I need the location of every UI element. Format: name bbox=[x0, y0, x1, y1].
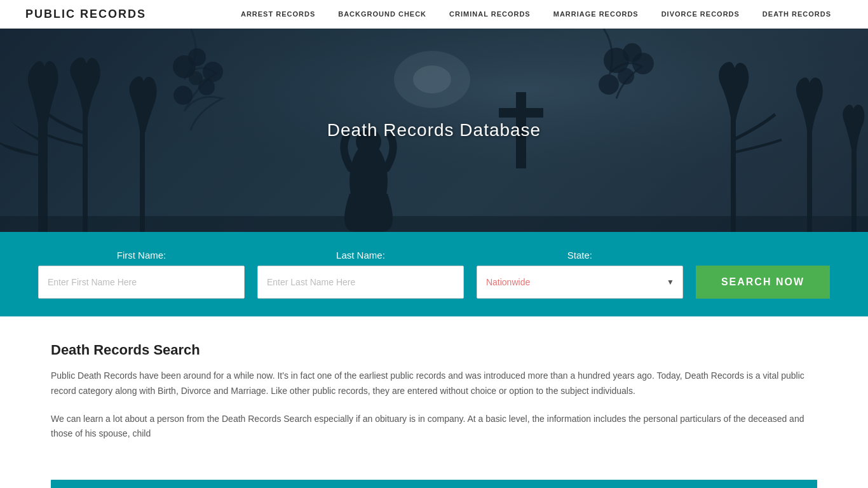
content-para-2: We can learn a lot about a person from t… bbox=[51, 412, 813, 442]
state-label: State: bbox=[477, 250, 683, 261]
state-select-wrapper: NationwideAlabamaAlaskaArizonaArkansasCa… bbox=[477, 266, 683, 299]
last-name-field: Last Name: bbox=[257, 250, 464, 299]
first-name-label: First Name: bbox=[38, 250, 245, 261]
nav-divorce-records[interactable]: DIVORCE RECORDS bbox=[650, 0, 751, 29]
search-now-button[interactable]: SEARCH NOW bbox=[696, 266, 830, 299]
content-section: Death Records Search Public Death Record… bbox=[0, 316, 868, 473]
last-name-input[interactable] bbox=[257, 266, 464, 299]
content-title: Death Records Search bbox=[51, 342, 817, 358]
first-name-field: First Name: bbox=[38, 250, 245, 299]
site-logo[interactable]: PUBLIC RECORDS bbox=[25, 8, 146, 21]
first-name-input[interactable] bbox=[38, 266, 245, 299]
bottom-accent-bar bbox=[51, 480, 817, 488]
last-name-label: Last Name: bbox=[257, 250, 464, 261]
state-select[interactable]: NationwideAlabamaAlaskaArizonaArkansasCa… bbox=[477, 266, 683, 299]
nav-marriage-records[interactable]: MARRIAGE RECORDS bbox=[542, 0, 650, 29]
hero-title: Death Records Database bbox=[327, 120, 541, 140]
search-bar: First Name: Last Name: State: Nationwide… bbox=[0, 232, 868, 316]
state-field: State: NationwideAlabamaAlaskaArizonaArk… bbox=[477, 250, 683, 299]
nav-arrest-records[interactable]: ARREST RECORDS bbox=[229, 0, 327, 29]
nav-criminal-records[interactable]: CRIMINAL RECORDS bbox=[438, 0, 542, 29]
hero-section: Death Records Database bbox=[0, 29, 868, 232]
nav-death-records[interactable]: DEATH RECORDS bbox=[751, 0, 843, 29]
content-para-1: Public Death Records have been around fo… bbox=[51, 369, 813, 399]
main-nav: ARREST RECORDS BACKGROUND CHECK CRIMINAL… bbox=[229, 0, 843, 29]
site-header: PUBLIC RECORDS ARREST RECORDS BACKGROUND… bbox=[0, 0, 868, 29]
nav-background-check[interactable]: BACKGROUND CHECK bbox=[327, 0, 438, 29]
